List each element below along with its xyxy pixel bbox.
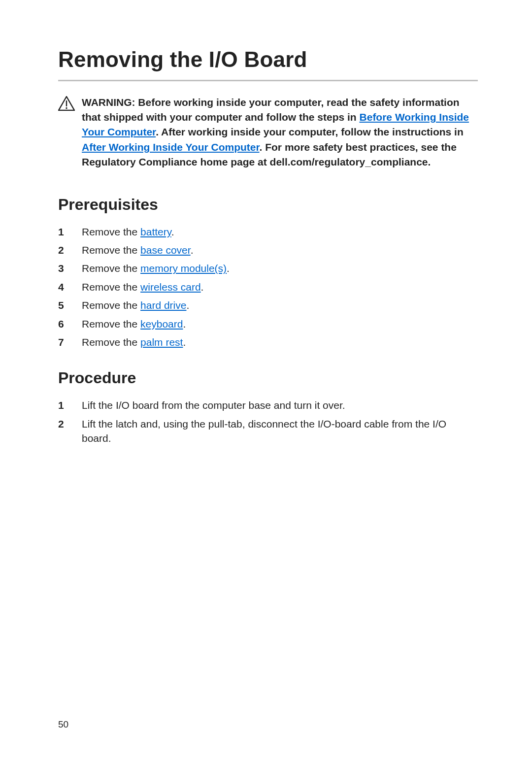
list-item: Remove the keyboard. bbox=[58, 317, 478, 331]
warning-icon bbox=[58, 96, 75, 111]
procedure-list: Lift the I/O board from the computer bas… bbox=[58, 398, 478, 445]
list-item: Remove the wireless card. bbox=[58, 280, 478, 294]
section-procedure-heading: Procedure bbox=[58, 367, 478, 389]
link-keyboard[interactable]: keyboard bbox=[140, 318, 183, 330]
link-base-cover[interactable]: base cover bbox=[140, 244, 191, 256]
page-number: 50 bbox=[58, 718, 68, 731]
page-title: Removing the I/O Board bbox=[58, 44, 478, 81]
document-page: Removing the I/O Board WARNING: Before w… bbox=[0, 0, 532, 761]
list-item: Remove the base cover. bbox=[58, 243, 478, 257]
section-prerequisites-heading: Prerequisites bbox=[58, 194, 478, 216]
list-item: Remove the hard drive. bbox=[58, 298, 478, 312]
list-item: Lift the latch and, using the pull-tab, … bbox=[58, 417, 478, 446]
svg-point-2 bbox=[66, 107, 67, 108]
link-after-working[interactable]: After Working Inside Your Computer bbox=[82, 141, 260, 153]
list-item: Remove the palm rest. bbox=[58, 335, 478, 349]
link-palm-rest[interactable]: palm rest bbox=[140, 336, 183, 348]
warning-block: WARNING: Before working inside your comp… bbox=[58, 95, 478, 170]
warning-text: WARNING: Before working inside your comp… bbox=[82, 95, 478, 170]
link-memory-modules[interactable]: memory module(s) bbox=[140, 263, 227, 274]
list-item: Lift the I/O board from the computer bas… bbox=[58, 398, 478, 412]
warning-mid: . After working inside your computer, fo… bbox=[156, 126, 464, 137]
link-wireless-card[interactable]: wireless card bbox=[140, 281, 201, 293]
list-item: Remove the memory module(s). bbox=[58, 261, 478, 275]
prerequisites-list: Remove the battery. Remove the base cove… bbox=[58, 225, 478, 350]
link-hard-drive[interactable]: hard drive bbox=[140, 299, 186, 311]
link-battery[interactable]: battery bbox=[140, 226, 171, 237]
list-item: Remove the battery. bbox=[58, 225, 478, 239]
